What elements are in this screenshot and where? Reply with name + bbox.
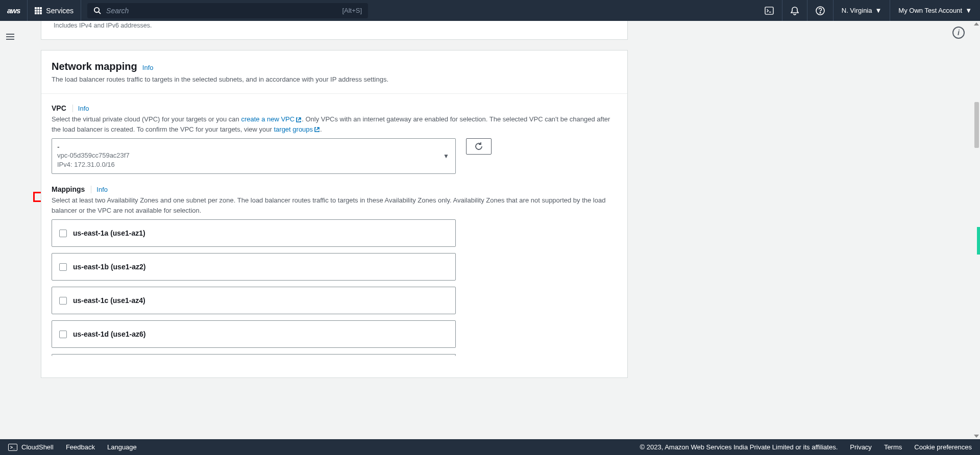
panel-header: Network mapping Info The load balancer r… (41, 50, 627, 94)
panel-info-link[interactable]: Info (142, 64, 154, 71)
mappings-field: Mappings Info Select at least two Availa… (52, 185, 617, 356)
vpc-desc-part1: Select the virtual private cloud (VPC) f… (52, 115, 241, 123)
copyright-text: © 2023, Amazon Web Services India Privat… (640, 443, 838, 451)
vpc-description: Select the virtual private cloud (VPC) f… (52, 114, 617, 134)
mappings-description: Select at least two Availability Zones a… (52, 195, 617, 215)
az-checkbox[interactable] (59, 297, 67, 305)
services-menu-button[interactable]: Services (28, 0, 81, 21)
cloudshell-button[interactable]: >_ CloudShell (8, 443, 54, 451)
cloudshell-icon-button[interactable] (756, 0, 782, 21)
privacy-link[interactable]: Privacy (850, 443, 872, 451)
az-item-us-east-1b[interactable]: us-east-1b (use1-az2) (52, 253, 456, 281)
svg-point-0 (94, 8, 99, 12)
services-label: Services (46, 7, 74, 15)
language-link[interactable]: Language (107, 443, 137, 451)
hamburger-icon (6, 34, 14, 40)
bell-icon (791, 6, 799, 15)
ip-address-panel-fragment: Includes IPv4 and IPv6 addresses. (41, 21, 628, 40)
help-button[interactable] (807, 0, 833, 21)
vpc-field: VPC Info Select the virtual private clou… (52, 104, 617, 174)
az-item-us-east-1a[interactable]: us-east-1a (use1-az1) (52, 219, 456, 247)
console-footer: >_ CloudShell Feedback Language © 2023, … (0, 439, 980, 455)
panel-body: VPC Info Select the virtual private clou… (41, 94, 627, 377)
external-link-icon (296, 117, 302, 123)
help-icon (816, 6, 825, 15)
svg-point-5 (820, 12, 821, 13)
notifications-button[interactable] (782, 0, 807, 21)
az-name: us-east-1a (use1-az1) (73, 229, 145, 237)
panel-title: Network mapping (52, 61, 137, 72)
caret-down-icon: ▼ (443, 153, 449, 160)
footer-right: © 2023, Amazon Web Services India Privat… (640, 443, 972, 451)
terminal-icon (765, 7, 774, 15)
caret-down-icon: ▼ (875, 7, 881, 14)
refresh-icon (474, 142, 483, 151)
search-icon (93, 7, 101, 14)
az-item-us-east-1c[interactable]: us-east-1c (use1-az4) (52, 287, 456, 314)
target-groups-link[interactable]: target groups (274, 125, 320, 133)
az-name: us-east-1d (use1-az6) (73, 330, 145, 338)
vpc-select-dash: - (57, 143, 440, 151)
svg-line-1 (99, 12, 101, 14)
mappings-label: Mappings (52, 185, 85, 193)
ip-helper-text: Includes IPv4 and IPv6 addresses. (52, 22, 617, 29)
vpc-info-link[interactable]: Info (72, 105, 89, 112)
caret-down-icon: ▼ (965, 7, 972, 14)
search-shortcut-hint: [Alt+S] (342, 7, 362, 14)
network-mapping-panel: Network mapping Info The load balancer r… (41, 50, 628, 378)
az-name: us-east-1b (use1-az2) (73, 263, 145, 271)
account-label: My Own Test Account (898, 7, 962, 14)
az-item-cutoff (52, 354, 456, 356)
svg-rect-2 (765, 7, 773, 14)
top-navigation: aws Services [Alt+S] N. Virginia ▼ My Ow… (0, 0, 980, 21)
account-menu[interactable]: My Own Test Account ▼ (890, 0, 980, 21)
vpc-refresh-button[interactable] (466, 138, 492, 155)
side-panel-toggle[interactable] (0, 27, 20, 47)
az-item-us-east-1d[interactable]: us-east-1d (use1-az6) (52, 320, 456, 348)
footer-left: >_ CloudShell Feedback Language (8, 443, 137, 451)
region-label: N. Virginia (842, 7, 872, 14)
search-input[interactable] (106, 7, 337, 15)
create-vpc-link[interactable]: create a new VPC (241, 115, 302, 123)
form-column: Includes IPv4 and IPv6 addresses. Networ… (20, 21, 648, 378)
az-checkbox[interactable] (59, 331, 67, 338)
aws-logo[interactable]: aws (0, 0, 28, 21)
global-search[interactable]: [Alt+S] (87, 3, 368, 18)
mappings-info-link[interactable]: Info (91, 186, 108, 193)
availability-zone-list: us-east-1a (use1-az1) us-east-1b (use1-a… (52, 219, 456, 356)
cloudshell-label: CloudShell (21, 443, 54, 451)
az-name: us-east-1c (use1-az4) (73, 296, 145, 305)
vpc-select-id: vpc-05d359cc759ac23f7 (57, 151, 440, 160)
az-checkbox[interactable] (59, 263, 67, 271)
vpc-desc-part3: . (320, 125, 322, 133)
vpc-label: VPC (52, 104, 66, 112)
az-checkbox[interactable] (59, 230, 67, 237)
external-link-icon (314, 127, 320, 133)
vpc-select[interactable]: - vpc-05d359cc759ac23f7 IPv4: 172.31.0.0… (52, 138, 456, 174)
main-content: Includes IPv4 and IPv6 addresses. Networ… (20, 21, 980, 439)
aws-logo-text: aws (7, 6, 20, 15)
nav-left-group: aws Services [Alt+S] (0, 0, 368, 21)
vpc-select-row: - vpc-05d359cc759ac23f7 IPv4: 172.31.0.0… (52, 138, 617, 174)
nav-right-group: N. Virginia ▼ My Own Test Account ▼ (756, 0, 980, 21)
terms-link[interactable]: Terms (884, 443, 902, 451)
services-grid-icon (35, 7, 42, 14)
panel-description: The load balancer routes traffic to targ… (52, 75, 617, 83)
region-selector[interactable]: N. Virginia ▼ (833, 0, 890, 21)
cookie-preferences-link[interactable]: Cookie preferences (914, 443, 972, 451)
vpc-select-cidr: IPv4: 172.31.0.0/16 (57, 160, 440, 169)
feedback-link[interactable]: Feedback (66, 443, 95, 451)
cloudshell-icon: >_ (8, 444, 17, 451)
